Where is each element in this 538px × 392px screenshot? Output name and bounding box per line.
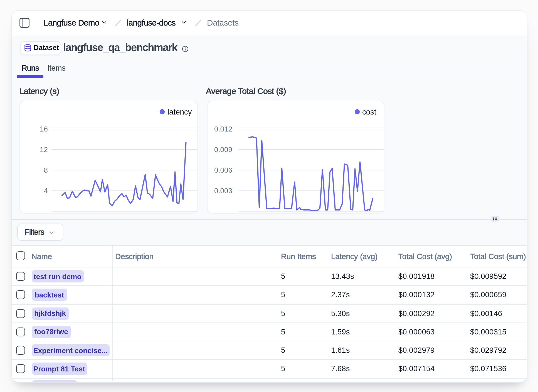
svg-text:0.003: 0.003	[214, 187, 232, 195]
svg-text:8: 8	[44, 166, 48, 174]
svg-text:12: 12	[40, 145, 48, 154]
svg-text:0.012: 0.012	[214, 125, 232, 133]
svg-text:latency: latency	[167, 108, 192, 116]
svg-text:0.006: 0.006	[214, 166, 232, 174]
svg-text:cost: cost	[362, 108, 376, 116]
svg-text:16: 16	[40, 125, 48, 133]
svg-text:0.009: 0.009	[214, 145, 232, 154]
svg-text:4: 4	[44, 187, 48, 195]
